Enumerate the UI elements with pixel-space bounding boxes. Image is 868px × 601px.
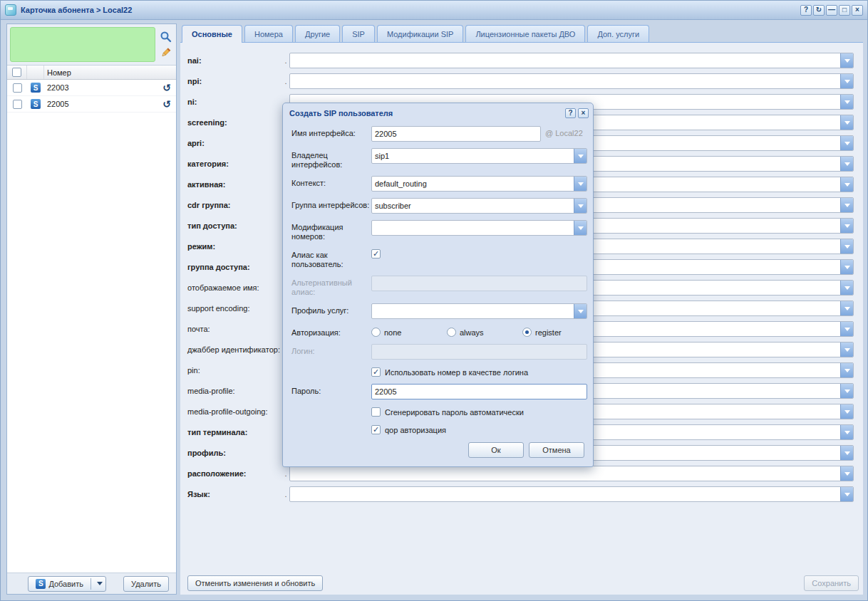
context-combo[interactable]: default_routing	[371, 176, 587, 192]
combo-npi[interactable]	[289, 73, 854, 89]
cancel-button[interactable]: Отмена	[529, 442, 584, 458]
generate-password-checkbox[interactable]	[371, 407, 381, 417]
chevron-down-icon[interactable]	[840, 219, 853, 233]
chevron-down-icon[interactable]	[840, 466, 853, 481]
sip-icon: S	[31, 83, 41, 93]
service-profile-combo[interactable]	[371, 303, 587, 319]
search-icon[interactable]	[159, 31, 172, 43]
subscriber-row[interactable]: S 22005 ↺	[7, 96, 176, 113]
chevron-down-icon[interactable]	[840, 95, 853, 109]
tab-additional-services[interactable]: Доп. услуги	[587, 25, 649, 43]
add-button[interactable]: S Добавить	[28, 576, 106, 592]
chevron-down-icon[interactable]	[840, 136, 853, 150]
combo-nai[interactable]	[289, 53, 854, 68]
chevron-down-icon[interactable]	[840, 157, 853, 171]
field-label: Язык:	[187, 486, 282, 502]
combo-language[interactable]	[289, 486, 854, 502]
tab-main[interactable]: Основные	[182, 25, 242, 43]
tab-other[interactable]: Другие	[295, 25, 340, 43]
alt-alias-label: Альтернативный алиас:	[291, 276, 371, 297]
chevron-down-icon[interactable]	[574, 199, 587, 213]
dialog-titlebar[interactable]: Создать SIP пользователя ? ×	[283, 103, 593, 121]
login-input	[371, 344, 587, 360]
chevron-down-icon[interactable]	[840, 446, 853, 460]
tab-dvo-license-packages[interactable]: Лицензионные пакеты ДВО	[465, 25, 585, 43]
row-checkbox[interactable]	[13, 100, 22, 109]
cancel-changes-and-refresh-button[interactable]: Отменить изменения и обновить	[187, 575, 323, 591]
dialog-help-button[interactable]: ?	[565, 108, 576, 118]
radio-icon[interactable]	[522, 328, 532, 337]
field-label: cdr группа:	[187, 197, 282, 213]
window-help-button[interactable]: ?	[800, 5, 812, 16]
chevron-down-icon[interactable]	[840, 53, 853, 68]
chevron-down-icon[interactable]	[840, 198, 853, 212]
chevron-down-icon[interactable]	[840, 115, 853, 130]
chevron-down-icon[interactable]	[574, 149, 587, 163]
field-label: тип доступа:	[187, 218, 282, 234]
chevron-down-icon[interactable]	[574, 304, 587, 318]
edit-pencil-icon[interactable]	[159, 46, 172, 59]
authorization-option-none[interactable]: none	[371, 328, 443, 337]
label-separator: .	[282, 73, 289, 89]
chevron-down-icon[interactable]	[840, 487, 853, 501]
chevron-down-icon[interactable]	[574, 221, 587, 235]
delete-button[interactable]: Удалить	[123, 576, 169, 592]
field-label: pin:	[187, 362, 282, 378]
number-modification-combo[interactable]	[371, 220, 587, 236]
window-minimize-button[interactable]: —	[826, 5, 837, 16]
chevron-down-icon[interactable]	[840, 425, 853, 439]
service-profile-label: Профиль услуг:	[291, 303, 371, 319]
chevron-down-icon[interactable]	[840, 239, 853, 254]
tab-sip[interactable]: SIP	[342, 25, 375, 43]
radio-icon[interactable]	[447, 328, 456, 337]
use-number-as-login-label: Использовать номер в качестве логина	[385, 367, 528, 377]
field-label: группа доступа:	[187, 259, 282, 275]
chevron-down-icon[interactable]	[840, 343, 853, 357]
password-input[interactable]	[371, 384, 587, 399]
combo-location[interactable]	[289, 466, 854, 481]
field-label: npi:	[187, 73, 282, 89]
chevron-down-icon[interactable]	[840, 384, 853, 398]
subscriber-row[interactable]: S 22003 ↺	[7, 80, 176, 96]
subscriber-number: 22005	[44, 100, 157, 108]
dialog-close-button[interactable]: ×	[578, 108, 589, 118]
quick-search-box[interactable]	[10, 27, 155, 62]
chevron-down-icon[interactable]	[840, 281, 853, 295]
save-button[interactable]: Сохранить	[804, 575, 859, 591]
chevron-down-icon[interactable]	[840, 363, 853, 377]
chevron-down-icon[interactable]	[840, 260, 853, 274]
tab-sip-modifications[interactable]: Модификации SIP	[377, 25, 463, 43]
label-separator: .	[282, 466, 289, 481]
app-icon	[5, 4, 16, 16]
chevron-down-icon[interactable]	[840, 74, 853, 88]
authorization-option-register[interactable]: register	[522, 328, 594, 337]
alias-as-user-checkbox[interactable]	[371, 249, 381, 258]
history-icon[interactable]: ↺	[162, 83, 171, 93]
window-refresh-button[interactable]: ↻	[813, 5, 825, 16]
chevron-down-icon[interactable]	[840, 322, 853, 336]
row-checkbox[interactable]	[13, 83, 22, 93]
history-icon[interactable]: ↺	[162, 99, 171, 109]
radio-icon[interactable]	[371, 328, 381, 337]
chevron-down-icon[interactable]	[94, 577, 105, 591]
select-all-checkbox[interactable]	[12, 68, 21, 77]
chevron-down-icon[interactable]	[840, 301, 853, 315]
use-number-as-login-checkbox[interactable]	[371, 367, 381, 377]
window-maximize-button[interactable]: □	[839, 5, 850, 16]
chevron-down-icon[interactable]	[840, 177, 853, 192]
grid-empty-area	[7, 113, 176, 573]
interface-name-input[interactable]	[371, 126, 541, 142]
window-titlebar[interactable]: Карточка абонента > Local22 ? ↻ — □ ×	[1, 1, 867, 20]
interface-owner-combo[interactable]: sip1	[371, 148, 587, 164]
interface-group-combo[interactable]: subscriber	[371, 198, 587, 214]
tab-numbers[interactable]: Номера	[244, 25, 293, 43]
context-label: Контекст:	[291, 176, 371, 192]
column-header-number[interactable]: Номер	[44, 66, 176, 79]
field-label: apri:	[187, 135, 282, 151]
ok-button[interactable]: Ок	[468, 442, 524, 458]
window-close-button[interactable]: ×	[852, 5, 863, 16]
authorization-option-always[interactable]: always	[447, 328, 518, 337]
chevron-down-icon[interactable]	[840, 404, 853, 419]
qop-authorization-checkbox[interactable]	[371, 425, 381, 434]
chevron-down-icon[interactable]	[574, 177, 587, 191]
